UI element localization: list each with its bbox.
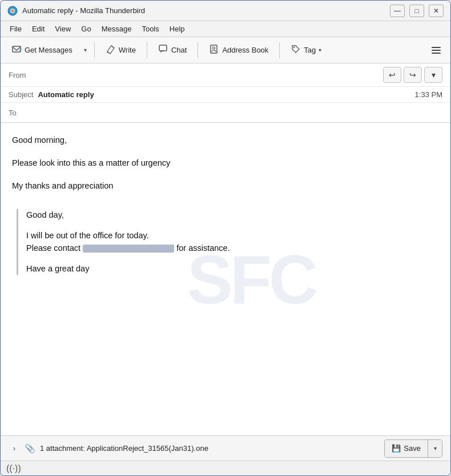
quoted-contact-post: for assistance. [176,243,230,253]
radio-icon: ((·)) [6,463,21,474]
title-bar: Automatic reply - Mozilla Thunderbird — … [1,1,450,21]
svg-point-7 [293,46,295,47]
toolbar-divider-4 [279,42,280,58]
subject-value: Automatic reply [38,90,94,99]
toolbar: Get Messages ▾ Write [1,37,450,63]
get-messages-dropdown[interactable]: ▾ [81,41,90,60]
quoted-line2: I will be out of the office for today. [26,231,149,240]
email-header: From ↩ ↪ ▾ Subject Automatic reply 1:33 … [1,63,450,123]
email-time: 1:33 PM [415,90,442,99]
from-label: From [9,71,43,79]
svg-point-2 [11,10,14,12]
title-bar-controls: — □ ✕ [390,5,444,17]
write-label: Write [119,46,136,54]
minimize-button[interactable]: — [390,5,405,17]
get-messages-button[interactable]: Get Messages [5,41,79,60]
tag-button[interactable]: Tag ▾ [284,41,328,60]
hamburger-line-3 [432,53,441,54]
save-dropdown-button[interactable]: ▾ [428,440,442,457]
chat-label: Chat [171,46,187,54]
header-actions: ↩ ↪ ▾ [383,67,442,83]
menu-message[interactable]: Message [97,23,136,35]
tag-dropdown-icon: ▾ [319,47,321,53]
chat-icon [158,44,168,57]
app-icon [7,6,18,16]
redacted-email [83,245,174,253]
toolbar-divider-2 [147,42,147,58]
email-body: SFC Good morning, Please look into this … [1,123,450,435]
from-row: From ↩ ↪ ▾ [1,63,450,87]
forward-button[interactable]: ↪ [404,67,422,83]
hamburger-line-2 [432,50,441,51]
svg-rect-3 [13,46,21,52]
menu-go[interactable]: Go [76,23,95,35]
menu-file[interactable]: File [5,23,26,35]
chat-button[interactable]: Chat [152,41,193,60]
get-messages-icon [11,44,22,57]
status-bar: ((·)) [1,461,450,475]
svg-rect-4 [159,45,167,51]
reply-button[interactable]: ↩ [383,67,401,83]
email-content: Good morning, Please look into this as a… [12,134,439,275]
address-book-label: Address Book [222,46,268,54]
hamburger-menu-button[interactable] [426,41,446,60]
get-messages-label: Get Messages [25,46,73,54]
subject-row: Subject Automatic reply 1:33 PM [1,87,450,103]
write-button[interactable]: Write [99,41,142,60]
attachment-footer: › 📎 1 attachment: ApplicationReject_3156… [1,435,450,461]
more-actions-button[interactable]: ▾ [424,67,442,83]
address-book-button[interactable]: Address Book [203,41,275,60]
address-book-icon [209,44,219,57]
expand-button[interactable]: › [9,443,20,454]
menu-tools[interactable]: Tools [137,23,163,35]
save-dropdown-icon: ▾ [434,445,437,451]
toolbar-divider-1 [94,42,95,58]
window-title: Automatic reply - Mozilla Thunderbird [22,6,145,15]
email-greeting: Good morning, [12,134,439,147]
toolbar-divider-3 [198,42,198,58]
svg-point-6 [213,47,215,49]
menu-help[interactable]: Help [165,23,190,35]
to-label: To [9,109,43,117]
menu-edit[interactable]: Edit [27,23,49,35]
quoted-closing: Have a great day [26,263,439,275]
close-button[interactable]: ✕ [429,5,444,17]
hamburger-line-1 [432,47,441,48]
save-label: Save [404,444,421,453]
subject-label: Subject [9,90,33,99]
save-icon: 💾 [392,444,401,453]
chevron-down-icon: ▾ [432,70,436,79]
email-urgency: Please look into this as a matter of urg… [12,157,439,170]
menu-bar: File Edit View Go Message Tools Help [1,21,450,37]
save-button-group: 💾 Save ▾ [384,439,442,458]
save-button[interactable]: 💾 Save [385,440,428,457]
maximize-button[interactable]: □ [409,5,424,17]
main-window: Automatic reply - Mozilla Thunderbird — … [0,0,451,476]
menu-view[interactable]: View [50,23,75,35]
title-bar-left: Automatic reply - Mozilla Thunderbird [7,6,145,16]
quoted-greeting: Good day, [26,209,439,222]
to-row: To [1,103,450,122]
email-thanks: My thanks and appreciation [12,180,439,193]
attachment-icon: 📎 [25,443,35,454]
write-icon [106,44,116,57]
dropdown-arrow-icon: ▾ [84,47,87,53]
reply-icon: ↩ [389,70,396,79]
quoted-contact-pre: Please contact [26,243,80,253]
quoted-block: Good day, I will be out of the office fo… [17,209,439,275]
quoted-out-of-office: I will be out of the office for today. P… [26,230,439,255]
forward-icon: ↪ [409,70,416,79]
tag-label: Tag [304,46,316,54]
tag-icon [291,44,301,57]
attachment-text: 1 attachment: ApplicationReject_31565(Ja… [40,444,380,453]
